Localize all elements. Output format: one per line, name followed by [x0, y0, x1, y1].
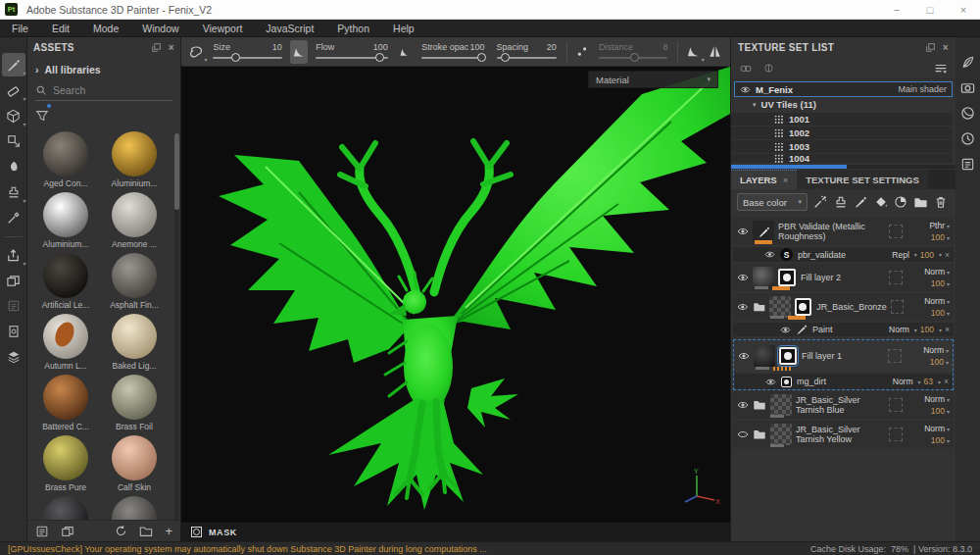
- projection-tool-button[interactable]: ▾: [2, 104, 25, 127]
- sort-menu-icon[interactable]: [934, 62, 948, 76]
- link-visibility-icon[interactable]: [739, 62, 753, 76]
- add-effect-button[interactable]: [811, 193, 829, 212]
- layer-row[interactable]: JR_Basic_Bronze Norm▾ 100▾: [733, 293, 954, 323]
- eye-icon[interactable]: [737, 226, 749, 237]
- asset-item[interactable]: Aged Con...: [33, 131, 98, 188]
- menu-mode[interactable]: Mode: [81, 20, 130, 37]
- assets-shelf-button[interactable]: [2, 269, 25, 292]
- uv-tile-row[interactable]: 1001: [731, 113, 953, 126]
- uv-tile-row[interactable]: 1003: [731, 140, 953, 153]
- remove-effect-icon[interactable]: ×: [944, 377, 949, 386]
- float-panel-icon[interactable]: [151, 42, 162, 53]
- maximize-button[interactable]: □: [913, 0, 947, 20]
- menu-python[interactable]: Python: [325, 20, 381, 37]
- assets-scrollbar[interactable]: [174, 133, 179, 541]
- camera-icon[interactable]: [960, 80, 975, 95]
- asset-item[interactable]: Autumn L...: [33, 314, 98, 371]
- menu-file[interactable]: File: [0, 20, 40, 37]
- eye-icon[interactable]: [764, 249, 775, 260]
- layer-thumbnail[interactable]: [753, 267, 774, 288]
- phoenix-model[interactable]: [181, 67, 730, 522]
- asset-item[interactable]: Brass Pure: [33, 435, 98, 492]
- spacing-slider[interactable]: [497, 54, 557, 62]
- menu-javascript[interactable]: JavaScript: [254, 20, 325, 37]
- paint-tool-button[interactable]: ▾: [2, 53, 25, 76]
- remove-effect-icon[interactable]: ×: [945, 325, 950, 334]
- asset-item[interactable]: Calf Skin: [102, 435, 167, 492]
- texture-set-scrollbar[interactable]: [731, 165, 956, 169]
- opacity-dropdown[interactable]: 100: [920, 325, 934, 334]
- filter-button[interactable]: [35, 106, 49, 124]
- search-input[interactable]: [53, 84, 151, 96]
- add-asset-button[interactable]: +: [165, 524, 172, 538]
- stencil-button[interactable]: ▾: [187, 40, 205, 64]
- close-tab-icon[interactable]: ×: [783, 175, 789, 185]
- blend-mode-dropdown[interactable]: Norm: [893, 377, 913, 386]
- opacity-dropdown[interactable]: 63: [924, 377, 933, 386]
- distance-slider[interactable]: [599, 54, 667, 62]
- close-panel-icon[interactable]: ×: [943, 42, 949, 53]
- eye-icon[interactable]: [737, 272, 749, 283]
- scatter-button[interactable]: [573, 40, 591, 64]
- layer-row[interactable]: Fill layer 2 Norm▾ 100▾: [733, 264, 954, 293]
- open-folder-icon[interactable]: [139, 525, 153, 538]
- asset-item[interactable]: Anemone ...: [102, 192, 167, 249]
- mask-thumbnail[interactable]: [795, 298, 812, 316]
- layer-row[interactable]: JR_Basic_Silver Tarnish Yellow Norm▾ 100…: [733, 421, 954, 450]
- eye-icon[interactable]: [738, 350, 750, 362]
- shader-sphere-icon[interactable]: [960, 106, 975, 121]
- delete-layer-button[interactable]: [932, 193, 950, 212]
- solo-visibility-icon[interactable]: [762, 62, 775, 75]
- material-view-dropdown[interactable]: Material ▾: [588, 71, 718, 88]
- size-falloff-button[interactable]: [290, 40, 308, 64]
- add-fill-button[interactable]: [871, 193, 889, 212]
- asset-item[interactable]: Battered C...: [33, 375, 98, 431]
- blend-mode-dropdown[interactable]: Norm▾: [923, 345, 949, 355]
- add-fill-layer-button[interactable]: [832, 193, 850, 212]
- stroke-opacity-slider[interactable]: [421, 54, 484, 62]
- layer-row[interactable]: PBR Validate (Metallic Roughness) Pthr▾ …: [733, 218, 954, 247]
- uv-tile-row[interactable]: 1002: [731, 126, 953, 139]
- opacity-dropdown[interactable]: 100▾: [931, 232, 950, 242]
- blend-mode-dropdown[interactable]: Norm▾: [924, 296, 950, 306]
- flow-falloff-button[interactable]: [396, 40, 414, 64]
- refresh-icon[interactable]: [115, 525, 127, 537]
- eye-icon[interactable]: [737, 399, 749, 411]
- float-panel-icon[interactable]: [925, 42, 936, 53]
- layer-stack-button[interactable]: [2, 345, 25, 369]
- menu-help[interactable]: Help: [381, 20, 426, 37]
- add-smart-material-button[interactable]: [892, 193, 909, 212]
- texture-view-button[interactable]: [2, 320, 25, 343]
- tab-texture-set-settings[interactable]: TEXTURE SET SETTINGS: [797, 170, 928, 189]
- layer-thumbnail[interactable]: [753, 221, 774, 242]
- library-add-icon[interactable]: [61, 525, 74, 538]
- eye-icon[interactable]: [737, 301, 749, 313]
- mask-thumbnail[interactable]: [779, 347, 797, 365]
- resources-button[interactable]: [2, 294, 25, 318]
- add-paint-layer-button[interactable]: [852, 193, 869, 212]
- asset-item[interactable]: Asphalt Fin...: [102, 253, 167, 310]
- minimize-button[interactable]: −: [880, 0, 913, 20]
- asset-item[interactable]: Artificial Le...: [33, 253, 98, 310]
- falloff-curve-button[interactable]: ▾: [684, 40, 702, 64]
- layer-thumbnail[interactable]: [769, 296, 790, 318]
- blend-mode-dropdown[interactable]: Pthr▾: [929, 221, 950, 230]
- opacity-dropdown[interactable]: 100▾: [931, 278, 950, 288]
- opacity-dropdown[interactable]: 100: [920, 250, 934, 260]
- viewport-3d[interactable]: Material ▾ Y X: [181, 67, 730, 522]
- effect-row[interactable]: mg_dirt Norm▾ 63▾ ×: [734, 374, 953, 389]
- blend-mode-dropdown[interactable]: Norm: [889, 325, 909, 334]
- opacity-dropdown[interactable]: 100▾: [931, 406, 950, 416]
- menu-viewport[interactable]: Viewport: [191, 20, 255, 37]
- blend-mode-dropdown[interactable]: Repl: [892, 250, 908, 260]
- layer-thumbnail[interactable]: [770, 394, 792, 416]
- asset-item[interactable]: Aluminium...: [33, 192, 98, 249]
- clone-tool-button[interactable]: ▾: [2, 180, 25, 204]
- asset-item[interactable]: Baked Lig...: [102, 314, 167, 371]
- layer-row-selected[interactable]: Fill layer 1 Norm▾ 100▾: [734, 340, 953, 374]
- effect-row[interactable]: Paint Norm▾ 100▾ ×: [733, 323, 954, 338]
- material-picker-tool-button[interactable]: [2, 206, 25, 229]
- tab-layers[interactable]: LAYERS ×: [731, 170, 797, 189]
- menu-window[interactable]: Window: [130, 20, 190, 37]
- history-clock-icon[interactable]: [960, 131, 975, 146]
